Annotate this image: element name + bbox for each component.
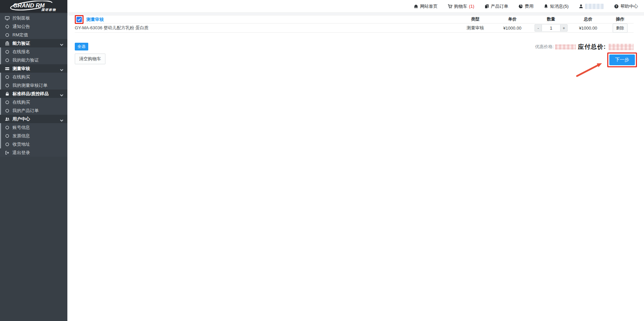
- product-type: 测量审核: [458, 25, 492, 31]
- next-step-button[interactable]: 下一步: [609, 55, 635, 65]
- orders-icon: [484, 4, 489, 9]
- discount-price-redacted: [555, 44, 576, 49]
- quantity-decrease-button[interactable]: -: [535, 24, 542, 32]
- product-unit-price: ¥1000.00: [492, 26, 533, 31]
- sidebar-item-logout[interactable]: 退出登录: [0, 148, 67, 157]
- cart-table-header: 测量审核 类型 单价 数量 总价 操作: [75, 15, 634, 24]
- sidebar-item-label: 账号信息: [12, 124, 63, 131]
- sidebar-item-online-purchase-audit[interactable]: 在线购买: [1, 73, 67, 81]
- circle-icon: [5, 33, 10, 37]
- quantity-stepper: - +: [535, 24, 568, 32]
- check-icon: [77, 17, 81, 22]
- circle-icon: [5, 100, 10, 105]
- circle-icon: [5, 24, 10, 29]
- sidebar-item-label: 我的能力验证: [12, 57, 63, 63]
- sidebar-item-invoice-info[interactable]: 发票信息: [1, 132, 67, 140]
- home-icon: [414, 4, 418, 9]
- topnav-fees[interactable]: 费用: [518, 3, 534, 9]
- topnav-product-orders[interactable]: 产品订单: [484, 3, 508, 9]
- quantity-input[interactable]: [542, 24, 560, 32]
- sidebar-item-notices[interactable]: 通知公告: [0, 22, 67, 31]
- sidebar-item-label: 控制面板: [12, 15, 63, 21]
- sidebar-item-label: 通知公告: [12, 24, 63, 30]
- column-header-total: 总价: [570, 16, 607, 22]
- next-step-row: 下一步: [607, 52, 637, 67]
- fees-pie-icon: [518, 4, 523, 9]
- sidebar-item-my-product-orders[interactable]: 我的产品订单: [1, 106, 67, 115]
- price-line: 优惠价格: 应付总价:: [535, 43, 634, 51]
- sidebar-section-standard-samples[interactable]: 标准样品/质控样品: [0, 90, 67, 98]
- circle-icon: [5, 125, 10, 130]
- sidebar-subgroup-standard-samples: 在线购买 我的产品订单: [0, 98, 67, 115]
- cart-summary: 优惠价格: 应付总价: 下一步: [535, 43, 634, 67]
- topnav-label: 帮助中心: [620, 3, 638, 9]
- circle-icon: [5, 83, 10, 88]
- lock-icon: [5, 92, 10, 96]
- column-header-unit-price: 单价: [492, 16, 533, 22]
- circle-icon: [5, 108, 10, 113]
- sidebar-item-shipping-address[interactable]: 收货地址: [1, 140, 67, 148]
- sidebar-item-label: 在线购买: [12, 99, 63, 105]
- quantity-increase-button[interactable]: +: [560, 24, 568, 32]
- delete-button[interactable]: 删除: [613, 24, 627, 33]
- sidebar-item-my-measurement-audit-orders[interactable]: 我的测量审核订单: [1, 81, 67, 90]
- card-icon: [5, 66, 10, 71]
- app-root: GRAND RM 国研标物 控制面板 通知公告 RM定值 能力验证: [0, 0, 644, 321]
- dashboard-icon: [5, 16, 10, 21]
- sidebar-section-label: 测量审核: [12, 66, 58, 72]
- annotation-arrow: [576, 61, 606, 78]
- brand-logo-inner: GRAND RM 国研标物: [8, 1, 59, 12]
- username-redacted: [585, 4, 604, 9]
- topnav-cart[interactable]: 购物车(1): [448, 3, 474, 9]
- annotation-rect-next: 下一步: [607, 52, 637, 67]
- sidebar-nav: 控制面板 通知公告 RM定值 能力验证 在线报名: [0, 13, 67, 157]
- sidebar-section-label: 标准样品/质控样品: [12, 91, 58, 97]
- cart-icon: [448, 4, 452, 9]
- circle-icon: [5, 75, 10, 79]
- topnav-label: 费用: [525, 3, 534, 9]
- sidebar-item-label: RM定值: [12, 32, 63, 38]
- sidebar-item-label: 发票信息: [12, 133, 63, 139]
- topnav-messages[interactable]: 短消息(5): [544, 3, 569, 9]
- cart-count-badge: (1): [469, 4, 474, 9]
- sidebar-section-label: 用户中心: [12, 116, 58, 122]
- sidebar-item-label: 在线购买: [12, 74, 63, 80]
- sidebar-item-my-capability-verification[interactable]: 我的能力验证: [1, 56, 67, 64]
- clear-cart-button[interactable]: 清空购物车: [75, 54, 105, 64]
- topnav-home[interactable]: 网站首页: [414, 3, 438, 9]
- topnav-user-account[interactable]: [579, 4, 604, 9]
- cart-footer: 全选 清空购物车 优惠价格: 应付总价:: [75, 43, 634, 67]
- sidebar-subgroup-user-center: 账号信息 发票信息 收货地址: [0, 123, 67, 148]
- select-all-button[interactable]: 全选: [75, 43, 88, 50]
- sidebar-section-measurement-audit[interactable]: 测量审核: [0, 64, 67, 73]
- top-nav: 网站首页 购物车(1) 产品订单 费用 短消息(5): [414, 3, 638, 9]
- bell-icon: [544, 4, 548, 9]
- sidebar-item-online-purchase-samples[interactable]: 在线购买: [1, 98, 67, 106]
- sidebar: GRAND RM 国研标物 控制面板 通知公告 RM定值 能力验证: [0, 0, 67, 321]
- sidebar-item-account-info[interactable]: 账号信息: [1, 123, 67, 132]
- discount-price-label: 优惠价格:: [535, 44, 554, 50]
- sidebar-item-rm-value[interactable]: RM定值: [0, 31, 67, 39]
- sidebar-item-label: 退出登录: [12, 150, 63, 156]
- sidebar-item-dashboard[interactable]: 控制面板: [0, 14, 67, 22]
- user-icon: [579, 4, 583, 9]
- cart-group-label[interactable]: 测量审核: [86, 16, 104, 23]
- chevron-down-icon: [60, 93, 63, 95]
- annotation-rect-checkbox: [75, 15, 84, 24]
- topnav-label: 购物车: [454, 3, 467, 9]
- column-header-type: 类型: [458, 16, 492, 22]
- group-checkbox[interactable]: [76, 17, 82, 22]
- sidebar-item-online-signup[interactable]: 在线报名: [1, 47, 67, 56]
- circle-icon: [5, 58, 10, 63]
- sidebar-section-capability-verification[interactable]: 能力验证: [0, 39, 67, 47]
- sidebar-item-label: 我的产品订单: [12, 108, 63, 114]
- circle-icon: [5, 142, 10, 147]
- topnav-help-center[interactable]: 帮助中心: [614, 3, 638, 9]
- sidebar-subgroup-capability: 在线报名 我的能力验证: [0, 47, 67, 64]
- main-area: 网站首页 购物车(1) 产品订单 费用 短消息(5): [67, 0, 644, 321]
- users-icon: [5, 117, 10, 121]
- circle-icon: [5, 49, 10, 54]
- brand-logo[interactable]: GRAND RM 国研标物: [0, 0, 67, 13]
- operation-cell: 删除: [607, 24, 634, 33]
- sidebar-section-user-center[interactable]: 用户中心: [0, 115, 67, 123]
